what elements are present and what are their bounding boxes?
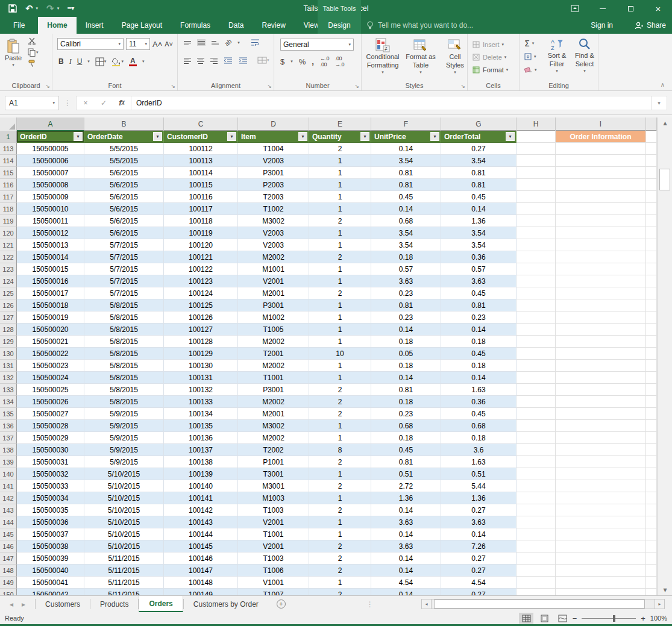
undo-icon[interactable]: ↶: [25, 4, 33, 13]
cell[interactable]: 5/8/2015: [84, 311, 164, 324]
undo-dropdown-icon[interactable]: ▾: [36, 6, 39, 11]
cell[interactable]: 5/8/2015: [84, 348, 164, 360]
cell[interactable]: 0.68: [441, 420, 517, 432]
cell[interactable]: [646, 239, 657, 251]
cell[interactable]: 0.18: [371, 251, 441, 263]
table-header-cell[interactable]: CustomerID▾: [164, 131, 238, 143]
sheet-tab-customers[interactable]: Customers: [36, 596, 90, 612]
save-icon[interactable]: [8, 4, 17, 13]
zoom-slider[interactable]: [582, 618, 636, 619]
horizontal-scrollbar[interactable]: ◂ ▸: [421, 599, 665, 609]
cell[interactable]: M1003: [238, 492, 309, 504]
cell[interactable]: 0.27: [441, 143, 517, 155]
cell[interactable]: M1002: [238, 311, 309, 324]
orientation-dropdown-icon[interactable]: ▾: [237, 40, 240, 45]
side-header-cell[interactable]: Order Information: [556, 131, 646, 143]
cell[interactable]: [646, 143, 657, 155]
cell[interactable]: [556, 360, 646, 372]
row-header-138[interactable]: 138: [0, 444, 17, 456]
cell[interactable]: 1: [309, 179, 371, 191]
cell[interactable]: 1: [309, 311, 371, 324]
filter-dropdown-icon[interactable]: ▾: [360, 132, 369, 141]
conditional-formatting-button[interactable]: ≠ Conditional Formatting▾: [365, 37, 400, 75]
zoom-slider-handle[interactable]: [613, 615, 615, 622]
zoom-in-icon[interactable]: +: [641, 614, 645, 623]
cell[interactable]: V2001: [238, 516, 309, 528]
page-break-view-icon[interactable]: [555, 613, 570, 624]
cell[interactable]: 5/7/2015: [84, 239, 164, 251]
cell[interactable]: 0.14: [371, 528, 441, 540]
cell[interactable]: 100129: [164, 348, 238, 360]
delete-cells-button[interactable]: Delete▾: [473, 51, 508, 63]
cell[interactable]: 1.63: [441, 384, 517, 396]
cell[interactable]: 100114: [164, 167, 238, 179]
row-header-133[interactable]: 133: [0, 384, 17, 396]
cell[interactable]: 100131: [164, 372, 238, 384]
accounting-format-icon[interactable]: $: [280, 57, 284, 66]
cell[interactable]: [517, 311, 556, 324]
cell[interactable]: T1005: [238, 324, 309, 336]
cell[interactable]: 0.57: [371, 263, 441, 275]
styles-dialog-launcher[interactable]: ↘: [460, 83, 465, 89]
cell[interactable]: 0.27: [441, 565, 517, 577]
cell[interactable]: 5/11/2015: [84, 565, 164, 577]
borders-icon[interactable]: ▾: [95, 57, 107, 66]
cell[interactable]: M3001: [238, 480, 309, 492]
align-top-icon[interactable]: [184, 40, 191, 45]
number-format-combo[interactable]: General▾: [280, 39, 354, 51]
align-right-icon[interactable]: [210, 57, 218, 64]
underline-button[interactable]: U: [77, 57, 83, 66]
cell[interactable]: 5/10/2015: [84, 528, 164, 540]
cell[interactable]: 0.81: [371, 179, 441, 191]
row-header-128[interactable]: 128: [0, 324, 17, 336]
cell[interactable]: 3.6: [441, 444, 517, 456]
cut-icon[interactable]: [28, 37, 39, 45]
cell[interactable]: [646, 251, 657, 263]
row-header-136[interactable]: 136: [0, 420, 17, 432]
cell[interactable]: 100130: [164, 360, 238, 372]
cell[interactable]: 100140: [164, 480, 238, 492]
font-size-combo[interactable]: 11▾: [126, 38, 150, 50]
cell[interactable]: 1: [309, 420, 371, 432]
cell[interactable]: [517, 167, 556, 179]
cell[interactable]: [556, 311, 646, 324]
cell[interactable]: [646, 155, 657, 167]
cell[interactable]: 150500032: [17, 468, 84, 480]
cell[interactable]: 2: [309, 143, 371, 155]
cell[interactable]: M2001: [238, 408, 309, 420]
cell[interactable]: 0.81: [371, 456, 441, 468]
formula-input[interactable]: OrderID: [131, 96, 652, 110]
tab-insert[interactable]: Insert: [77, 17, 113, 34]
cell[interactable]: 150500021: [17, 336, 84, 348]
cell[interactable]: [646, 324, 657, 336]
cell[interactable]: 100113: [164, 155, 238, 167]
cell[interactable]: [556, 528, 646, 540]
cell[interactable]: V2001: [238, 540, 309, 552]
align-middle-icon[interactable]: [197, 39, 206, 46]
cell[interactable]: 5/9/2015: [84, 456, 164, 468]
customize-qat-icon[interactable]: ═▾: [68, 5, 74, 11]
cell[interactable]: [517, 456, 556, 468]
cell[interactable]: 150500031: [17, 456, 84, 468]
cell[interactable]: [646, 263, 657, 275]
cell[interactable]: 3.54: [371, 239, 441, 251]
cell[interactable]: [556, 504, 646, 516]
cell[interactable]: [646, 456, 657, 468]
cell[interactable]: 2: [309, 552, 371, 565]
font-color-dropdown-icon[interactable]: ▾: [142, 59, 145, 64]
expand-formula-bar-icon[interactable]: ▾: [652, 96, 667, 110]
align-left-icon[interactable]: [184, 57, 191, 64]
cell[interactable]: 2: [309, 408, 371, 420]
cell[interactable]: [646, 131, 657, 143]
cell[interactable]: [556, 167, 646, 179]
cell[interactable]: 5/8/2015: [84, 384, 164, 396]
row-header-134[interactable]: 134: [0, 396, 17, 408]
row-header-144[interactable]: 144: [0, 516, 17, 528]
cell[interactable]: 0.27: [441, 589, 517, 595]
cell[interactable]: [517, 227, 556, 239]
cell[interactable]: T1001: [238, 372, 309, 384]
column-header-partial[interactable]: [646, 117, 657, 131]
normal-view-icon[interactable]: [519, 613, 533, 624]
cell[interactable]: 2: [309, 565, 371, 577]
cell[interactable]: 5/6/2015: [84, 167, 164, 179]
